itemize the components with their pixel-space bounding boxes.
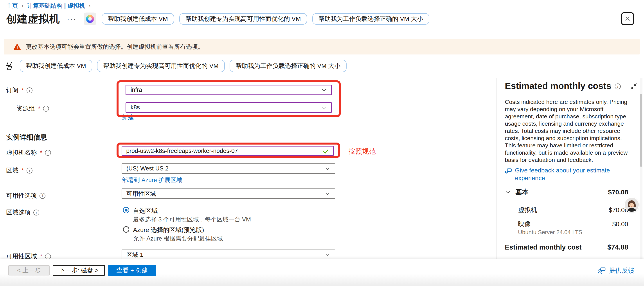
- copilot-icon: [86, 15, 94, 23]
- avatar-image: [625, 198, 639, 212]
- close-icon: [624, 15, 631, 22]
- info-icon[interactable]: i: [615, 84, 621, 89]
- info-icon[interactable]: i: [45, 253, 51, 259]
- availability-options-dropdown[interactable]: 可用性区域: [122, 188, 335, 199]
- resource-group-label: 资源组: [16, 104, 35, 113]
- give-feedback-link[interactable]: 提供反馈: [598, 266, 634, 275]
- subscription-label: 订阅: [6, 86, 18, 94]
- cost-item-image-label: 映像: [518, 220, 531, 228]
- create-vm-page: 主页 › 计算基础结构 | 虚拟机 › 创建虚拟机 ··· 帮助我创建低成本 V…: [0, 0, 644, 286]
- required-asterisk: *: [22, 167, 24, 174]
- resource-group-label-row: 资源组 * i: [16, 104, 49, 113]
- self-select-zones-label[interactable]: 自选区域: [133, 207, 158, 215]
- person-feedback-icon: [598, 267, 606, 274]
- estimate-feedback-link[interactable]: Give feedback about your estimate experi…: [505, 166, 623, 182]
- cost-panel-title-row: Estimated monthly costs i: [505, 81, 621, 91]
- cost-panel-title: Estimated monthly costs: [505, 81, 611, 91]
- previous-step-button[interactable]: < 上一步: [8, 265, 50, 275]
- suggestion-low-cost-vm[interactable]: 帮助我创建低成本 VM: [102, 13, 174, 25]
- cost-item-image-value: $0.00: [612, 220, 628, 228]
- chevron-down-icon: [325, 166, 330, 172]
- title-bar: 创建虚拟机 ··· 帮助我创建低成本 VM 帮助我创建专为实现高可用性而优化的 …: [6, 12, 429, 26]
- cost-item-image: 映像 $0.00: [505, 220, 628, 228]
- region-dropdown[interactable]: (US) West US 2: [122, 163, 335, 174]
- azure-select-zones-label[interactable]: Azure 选择的区域(预览版): [133, 226, 204, 234]
- vm-name-label-row: 虚拟机名称 * i: [6, 148, 51, 157]
- zone-options-label-row: 区域选项 i: [6, 208, 39, 217]
- cost-total-row: Estimated monthly cost $74.88: [505, 243, 628, 251]
- resource-group-dropdown[interactable]: k8s: [126, 102, 332, 113]
- info-icon[interactable]: i: [43, 106, 49, 112]
- azure-select-zones-desc: 允许 Azure 根据需要分配最佳区域: [133, 235, 223, 242]
- required-asterisk: *: [38, 105, 40, 112]
- extended-zones-link[interactable]: 部署到 Azure 扩展区域: [122, 176, 182, 184]
- assist-right-vm-size[interactable]: 帮助我为工作负载选择正确的 VM 大小: [230, 60, 347, 72]
- subscription-dropdown[interactable]: infra: [126, 85, 332, 95]
- radio-azure-select-zones[interactable]: [123, 226, 129, 233]
- copilot-outline-icon: [5, 61, 15, 71]
- required-asterisk: *: [40, 253, 42, 260]
- collapse-panel-button[interactable]: [629, 82, 638, 91]
- breadcrumb: 主页 › 计算基础结构 | 虚拟机 ›: [6, 2, 91, 10]
- required-asterisk: *: [40, 149, 42, 156]
- info-icon[interactable]: i: [26, 87, 32, 93]
- radio-self-select-zones[interactable]: [123, 207, 129, 213]
- cost-panel-description: Costs indicated here are estimates only.…: [505, 98, 628, 164]
- subscription-value: infra: [130, 87, 142, 93]
- vm-name-annotation: 按照规范: [348, 147, 376, 156]
- copilot-assist-row: 帮助我创建低成本 VM 帮助我创建专为实现高可用性而优化的 VM 帮助我为工作负…: [5, 60, 346, 72]
- next-step-disks-button[interactable]: 下一步: 磁盘 >: [53, 265, 105, 276]
- close-button[interactable]: [621, 12, 634, 25]
- availability-options-value: 可用性区域: [126, 190, 156, 198]
- availability-options-label-row: 可用性选项 i: [6, 192, 46, 200]
- availability-options-label: 可用性选项: [6, 192, 37, 200]
- vm-name-input[interactable]: [122, 146, 334, 156]
- feedback-icon: [505, 168, 512, 175]
- estimate-feedback-text: Give feedback about your estimate experi…: [515, 166, 623, 182]
- vm-name-label: 虚拟机名称: [6, 148, 37, 157]
- info-icon[interactable]: i: [45, 150, 51, 156]
- avatar[interactable]: [625, 198, 639, 212]
- availability-zone-value: 区域 1: [126, 251, 143, 259]
- chevron-down-icon: [325, 191, 330, 197]
- checkmark-icon: [322, 148, 329, 155]
- scrollbar-thumb[interactable]: [640, 94, 642, 167]
- create-new-resource-group-link[interactable]: 新建: [122, 113, 134, 121]
- collapse-icon: [629, 82, 638, 91]
- assist-low-cost-vm[interactable]: 帮助我创建低成本 VM: [20, 60, 92, 72]
- assist-high-availability-vm[interactable]: 帮助我创建专为实现高可用性而优化的 VM: [97, 60, 225, 72]
- cost-item-image-sub: Ubuntu Server 24.04 LTS: [518, 229, 582, 236]
- region-label-row: 区域 * i: [6, 166, 32, 175]
- panel-divider: [496, 78, 497, 259]
- availability-zone-dropdown[interactable]: 区域 1: [122, 249, 335, 260]
- warning-text: 更改基本选项可能会重置所做的选择。创建虚拟机前查看所有选项。: [26, 43, 204, 51]
- info-icon[interactable]: i: [26, 168, 32, 174]
- cost-group-value: $70.08: [608, 188, 628, 196]
- cost-total-label: Estimated monthly cost: [505, 243, 582, 251]
- resource-group-value: k8s: [130, 104, 140, 111]
- region-label: 区域: [6, 166, 18, 175]
- breadcrumb-separator: ›: [22, 3, 24, 9]
- tree-connector: [10, 94, 15, 110]
- required-asterisk: *: [22, 87, 24, 94]
- suggestion-high-availability-vm[interactable]: 帮助我创建专为实现高可用性而优化的 VM: [179, 13, 307, 25]
- page-title: 创建虚拟机: [6, 12, 60, 26]
- breadcrumb-section[interactable]: 计算基础结构 | 虚拟机: [27, 2, 86, 10]
- suggestion-right-vm-size[interactable]: 帮助我为工作负载选择正确的 VM 大小: [312, 13, 430, 25]
- cost-total-divider: [496, 239, 644, 239]
- self-select-zones-desc: 最多选择 3 个可用性区域，每个区域一台 VM: [133, 215, 251, 223]
- give-feedback-text: 提供反馈: [609, 266, 634, 275]
- chevron-down-icon: [321, 105, 327, 111]
- cost-item-vm: 虚拟机 $70.08: [505, 206, 628, 214]
- more-menu-button[interactable]: ···: [65, 15, 78, 23]
- instance-details-section-title: 实例详细信息: [6, 133, 47, 142]
- info-icon[interactable]: i: [40, 193, 46, 199]
- review-create-button[interactable]: 查看 + 创建: [108, 265, 156, 276]
- warning-banner: 更改基本选项可能会重置所做的选择。创建虚拟机前查看所有选项。: [4, 39, 640, 55]
- cost-group-row[interactable]: 基本 $70.08: [505, 188, 628, 197]
- cost-group-label: 基本: [516, 188, 528, 197]
- region-value: (US) West US 2: [126, 165, 168, 172]
- info-icon[interactable]: i: [33, 209, 39, 215]
- breadcrumb-home[interactable]: 主页: [6, 2, 18, 10]
- copilot-button[interactable]: [84, 13, 96, 25]
